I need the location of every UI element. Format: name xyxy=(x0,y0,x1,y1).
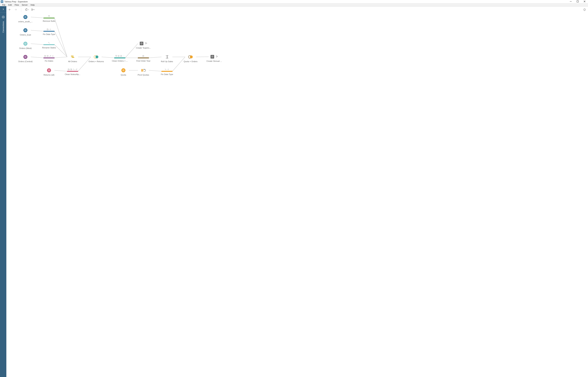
flow-node-label: Quota xyxy=(121,74,126,76)
flow-node-label: orders_south_... xyxy=(18,21,33,23)
svg-rect-22 xyxy=(71,69,72,70)
toolbar: ▾ ▾ xyxy=(0,7,588,13)
svg-rect-27 xyxy=(72,57,74,58)
close-button[interactable] xyxy=(583,0,586,3)
clean-step-badges xyxy=(47,28,51,30)
flow-node-out_annual[interactable]: Create 'Annual ... xyxy=(206,55,222,62)
flow-node-in_east[interactable]: Orders_East xyxy=(17,28,34,36)
flow-node-out_super[interactable]: Create 'Supers... xyxy=(135,42,151,49)
svg-point-29 xyxy=(95,56,98,58)
flow-node-cl_notes[interactable]: Clean Notes/Ap... xyxy=(64,68,81,75)
flow-node-label: Fix Dates xyxy=(45,60,53,62)
run-flow-button[interactable]: ▾ xyxy=(31,8,35,12)
menu-flow[interactable]: Flow xyxy=(13,4,20,6)
svg-rect-32 xyxy=(141,69,142,71)
menubar: File Edit Flow Server Help xyxy=(0,3,588,7)
flow-node-pivot[interactable]: Pivot Quotas xyxy=(135,68,151,76)
svg-rect-21 xyxy=(68,69,69,70)
flow-node-label: Fix Data Type xyxy=(161,73,173,75)
undo-button[interactable] xyxy=(8,8,12,12)
flow-node-label: Create 'Supers... xyxy=(136,47,151,49)
clean-step-badges xyxy=(68,68,77,71)
flow-node-in_west[interactable]: Orders (West) xyxy=(17,42,34,49)
flow-node-join1[interactable]: Orders + Returns xyxy=(88,55,104,62)
titlebar: Tableau Prep - Superstore xyxy=(0,0,588,3)
svg-rect-20 xyxy=(47,56,48,57)
svg-point-12 xyxy=(25,16,26,17)
refresh-button[interactable]: ▾ xyxy=(25,8,29,12)
flow-node-label: Clean Notes/Ap... xyxy=(65,73,80,75)
chevron-down-icon: ▾ xyxy=(34,9,35,11)
flow-canvas[interactable]: orders_south_... Orders_East Orders (Wes… xyxy=(6,12,588,377)
flow-node-label: Orders_East xyxy=(20,34,31,36)
svg-point-14 xyxy=(25,43,26,44)
flow-node-label: Roll Up Sales xyxy=(161,60,173,62)
flow-node-cl_year[interactable]: Find Order Year xyxy=(135,55,151,62)
menu-edit[interactable]: Edit xyxy=(7,4,13,6)
add-connection-button[interactable] xyxy=(0,14,6,20)
flow-node-cl_dates[interactable]: Fix Dates xyxy=(41,55,57,62)
flow-node-join2[interactable]: Quota + Orders xyxy=(182,55,199,62)
svg-point-34 xyxy=(141,43,142,43)
minimize-button[interactable] xyxy=(569,0,572,3)
clean-step-badges xyxy=(165,68,169,71)
flow-node-cl_orders[interactable]: ⋯ Clean Orders + ... xyxy=(112,55,128,62)
flow-node-label: Clean Orders + ... xyxy=(112,60,128,62)
menu-server[interactable]: Server xyxy=(20,4,29,6)
svg-point-15 xyxy=(25,56,26,57)
sidebar-label: Connections xyxy=(2,21,4,33)
flow-node-label: Orders + Returns xyxy=(88,60,104,62)
flow-node-in_quota[interactable]: Quota xyxy=(115,68,132,76)
clean-step-badges xyxy=(48,42,50,44)
flow-node-label: Rename States xyxy=(42,47,56,49)
flow-node-in_central[interactable]: Orders (Central) xyxy=(17,55,34,62)
flow-node-label: Quota + Orders xyxy=(184,60,198,62)
flow-node-label: Returns (all) xyxy=(44,74,54,76)
svg-point-13 xyxy=(25,29,26,30)
flow-node-cl_fixtype[interactable]: Fix Data Type xyxy=(159,68,175,75)
svg-rect-33 xyxy=(142,69,143,71)
flow-node-label: Find Order Year xyxy=(136,60,150,62)
maximize-button[interactable] xyxy=(576,0,579,3)
app-body: Connections orders_south_... Orders_East… xyxy=(0,12,588,377)
clean-step-badges xyxy=(48,15,50,17)
flow-node-label: All Orders xyxy=(68,60,77,62)
notifications-button[interactable] xyxy=(583,8,587,12)
flow-node-label: Fix Data Type xyxy=(43,33,55,35)
menu-file[interactable]: File xyxy=(1,4,7,6)
window-controls xyxy=(569,0,587,3)
flow-node-cl_nulls[interactable]: Remove Nulls xyxy=(41,15,57,22)
svg-rect-23 xyxy=(118,56,119,57)
svg-rect-26 xyxy=(71,56,74,57)
svg-rect-18 xyxy=(47,29,48,30)
flow-node-in_returns[interactable]: Returns (all) xyxy=(41,68,57,76)
chevron-down-icon: ▾ xyxy=(28,9,29,11)
clean-step-badges xyxy=(44,55,54,57)
svg-rect-24 xyxy=(121,56,121,57)
flow-node-agg[interactable]: Roll Up Sales xyxy=(159,55,175,62)
flow-node-label: Remove Nulls xyxy=(43,20,55,22)
redo-button[interactable] xyxy=(14,8,18,12)
svg-rect-25 xyxy=(143,56,144,57)
output-icon xyxy=(140,42,143,45)
app-icon xyxy=(1,0,3,3)
flow-node-label: Orders (Central) xyxy=(18,60,33,62)
flow-node-in_south[interactable]: orders_south_... xyxy=(17,15,34,23)
clean-step-badges xyxy=(142,55,144,57)
flow-node-cl_states[interactable]: Rename States xyxy=(41,42,57,49)
flow-node-label: Pivot Quotas xyxy=(138,74,149,76)
flow-edges xyxy=(6,12,588,377)
run-output-button[interactable] xyxy=(216,56,218,58)
flow-node-cl_type[interactable]: Fix Data Type xyxy=(41,28,57,35)
menu-help[interactable]: Help xyxy=(29,4,36,6)
flow-node-label: Orders (West) xyxy=(19,47,32,49)
run-output-button[interactable] xyxy=(145,42,147,45)
svg-point-35 xyxy=(212,56,213,56)
expand-sidebar-button[interactable] xyxy=(0,6,6,12)
svg-point-16 xyxy=(48,70,50,70)
flow-node-label: Create 'Annual ... xyxy=(207,60,222,62)
svg-rect-6 xyxy=(577,0,578,2)
clean-step-badges: ⋯ xyxy=(115,55,125,57)
output-icon xyxy=(211,55,214,59)
flow-node-union[interactable]: All Orders xyxy=(64,55,81,62)
